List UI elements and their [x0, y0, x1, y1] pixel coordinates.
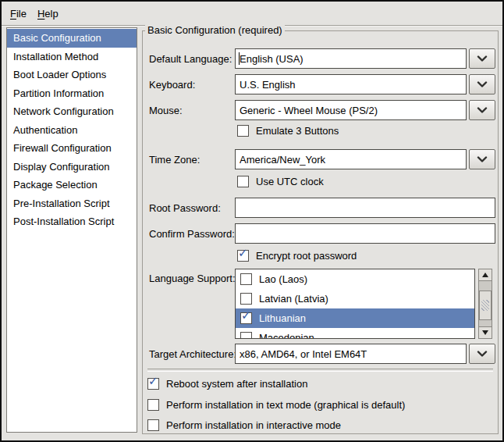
section-list: Basic Configuration Installation Method … [6, 27, 137, 433]
chevron-down-icon [477, 81, 488, 88]
chevron-down-icon [477, 351, 488, 358]
menu-bar: File Help [2, 2, 502, 26]
text-mode-row: ✓ Perform installation in text mode (gra… [147, 397, 405, 412]
keyboard-row: Keyboard: [149, 74, 495, 94]
keyboard-label: Keyboard: [149, 79, 235, 91]
target-architecture-combo [235, 344, 495, 364]
target-architecture-label: Target Architecture: [149, 348, 235, 360]
lithuanian-label: Lithuanian [259, 312, 306, 324]
default-language-input[interactable] [235, 48, 467, 69]
reboot-checkbox[interactable]: ✓ [147, 378, 159, 390]
encrypt-root-password-checkbox[interactable]: ✓ [237, 250, 249, 262]
target-architecture-input[interactable] [235, 344, 467, 364]
list-item-macedonian[interactable]: ✓ Macedonian [236, 328, 474, 339]
confirm-password-field[interactable] [235, 223, 495, 244]
scroll-down-icon [482, 330, 488, 335]
list-item-lao[interactable]: ✓ Lao (Laos) [236, 269, 474, 289]
encrypt-root-password-row: ✓ Encrypt root password [237, 248, 357, 262]
sidebar-item-boot-loader-options[interactable]: Boot Loader Options [7, 66, 137, 84]
checkmark-icon: ✓ [241, 310, 251, 322]
chevron-down-icon [477, 107, 488, 114]
language-support-label: Language Support: [149, 273, 235, 284]
time-zone-row: Time Zone: [149, 149, 495, 169]
root-password-field[interactable] [235, 198, 495, 218]
scrollbar-track[interactable] [478, 281, 492, 326]
keyboard-input[interactable] [235, 74, 467, 94]
mouse-label: Mouse: [149, 105, 235, 116]
scroll-down-button[interactable] [478, 326, 492, 339]
basic-configuration-panel: Basic Configuration (required) Default L… [142, 30, 499, 434]
mouse-dropdown-button[interactable] [469, 100, 495, 120]
latvian-label: Latvian (Latvia) [259, 293, 328, 305]
sidebar-item-post-installation-script[interactable]: Post-Installation Script [7, 212, 137, 231]
list-item-lithuanian[interactable]: ✓ Lithuanian [236, 308, 474, 328]
panel-title: Basic Configuration (required) [145, 24, 285, 36]
default-language-label: Default Language: [149, 53, 235, 65]
lao-checkbox[interactable]: ✓ [240, 273, 252, 285]
target-architecture-dropdown-button[interactable] [469, 344, 495, 364]
sidebar-item-package-selection[interactable]: Package Selection [7, 176, 137, 194]
scroll-up-icon [482, 273, 488, 277]
language-support-list[interactable]: ✓ Lao (Laos) ✓ Latvian (Latvia) ✓ Lithua… [235, 269, 475, 339]
latvian-checkbox[interactable]: ✓ [240, 293, 252, 305]
sidebar-item-partition-information[interactable]: Partition Information [7, 84, 137, 103]
text-cursor [239, 52, 240, 65]
menu-help[interactable]: Help [32, 5, 64, 23]
mouse-combo [235, 100, 495, 120]
keyboard-dropdown-button[interactable] [469, 74, 495, 94]
sidebar-item-display-configuration[interactable]: Display Configuration [7, 158, 137, 176]
checkmark-icon: ✓ [148, 376, 158, 387]
emulate-3-buttons-checkbox[interactable]: ✓ [237, 125, 249, 137]
scrollbar-thumb[interactable] [479, 291, 492, 320]
text-mode-label: Perform installation in text mode (graph… [166, 399, 405, 411]
sidebar-item-pre-installation-script[interactable]: Pre-Installation Script [7, 194, 137, 213]
menu-file[interactable]: File [5, 5, 32, 23]
use-utc-clock-row: ✓ Use UTC clock [237, 174, 324, 188]
confirm-password-row: Confirm Password: [149, 223, 495, 244]
macedonian-label: Macedonian [259, 332, 314, 339]
sidebar-item-authentication[interactable]: Authentication [7, 121, 137, 140]
interactive-mode-label: Perform installation in interactive mode [166, 419, 341, 431]
language-list-scrollbar [478, 269, 492, 339]
mouse-input[interactable] [235, 100, 467, 120]
separator [147, 369, 493, 372]
default-language-dropdown-button[interactable] [469, 48, 495, 69]
root-password-row: Root Password: [149, 198, 495, 218]
encrypt-root-password-label: Encrypt root password [256, 250, 357, 262]
list-item-latvian[interactable]: ✓ Latvian (Latvia) [236, 289, 474, 308]
keyboard-combo [235, 74, 495, 94]
checkmark-icon: ✓ [238, 248, 248, 259]
default-language-combo [235, 48, 495, 69]
reboot-row: ✓ Reboot system after installation [147, 376, 307, 390]
scroll-up-button[interactable] [478, 269, 492, 281]
sidebar-item-firewall-configuration[interactable]: Firewall Configuration [7, 139, 137, 158]
chevron-down-icon [477, 55, 488, 62]
lao-label: Lao (Laos) [259, 273, 307, 285]
use-utc-clock-label: Use UTC clock [256, 176, 324, 187]
language-support-row: Language Support: ✓ Lao (Laos) ✓ Latvian… [149, 269, 495, 339]
use-utc-clock-checkbox[interactable]: ✓ [237, 176, 249, 187]
macedonian-checkbox[interactable]: ✓ [240, 332, 252, 339]
time-zone-combo [235, 149, 495, 169]
interactive-mode-checkbox[interactable]: ✓ [147, 419, 159, 431]
sidebar-item-basic-configuration[interactable]: Basic Configuration [7, 29, 137, 48]
emulate-3-buttons-row: ✓ Emulate 3 Buttons [237, 123, 339, 137]
kickstart-configurator-window: File Help Basic Configuration Installati… [0, 0, 504, 442]
time-zone-input[interactable] [235, 149, 467, 169]
interactive-mode-row: ✓ Perform installation in interactive mo… [147, 418, 341, 432]
mouse-row: Mouse: [149, 100, 495, 120]
default-language-row: Default Language: [149, 48, 495, 69]
time-zone-label: Time Zone: [149, 154, 235, 166]
lithuanian-checkbox[interactable]: ✓ [240, 312, 252, 324]
confirm-password-label: Confirm Password: [149, 228, 235, 240]
text-mode-checkbox[interactable]: ✓ [147, 399, 159, 411]
sidebar-item-installation-method[interactable]: Installation Method [7, 48, 137, 66]
sidebar-item-network-configuration[interactable]: Network Configuration [7, 102, 137, 121]
root-password-label: Root Password: [149, 202, 235, 214]
reboot-label: Reboot system after installation [166, 378, 307, 390]
time-zone-dropdown-button[interactable] [469, 149, 495, 169]
emulate-3-buttons-label: Emulate 3 Buttons [256, 125, 339, 137]
target-architecture-row: Target Architecture: [149, 344, 495, 364]
chevron-down-icon [477, 156, 488, 163]
